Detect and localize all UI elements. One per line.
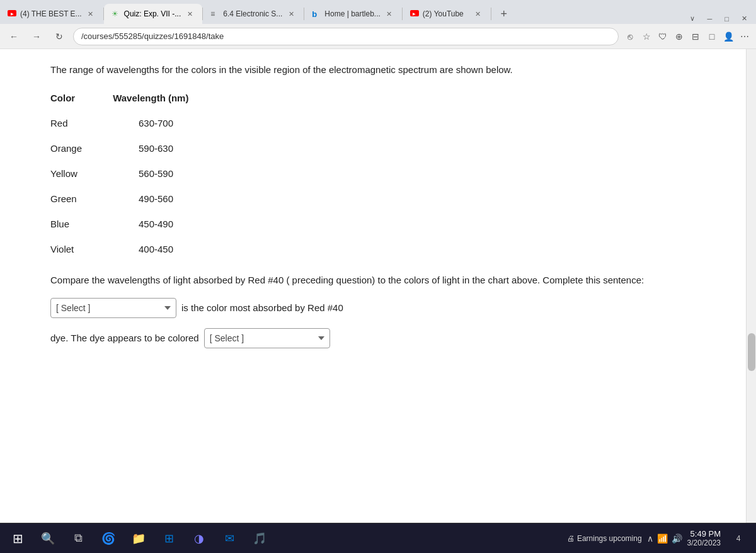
sentence-row-2: dye. The dye appears to be colored [ Sel… <box>50 328 721 348</box>
tab1-label: (4) THE BEST E... <box>20 9 82 18</box>
wave-violet: 400-450 <box>139 242 173 257</box>
youtube-icon-tab1 <box>8 9 16 18</box>
color-yellow: Yellow <box>50 166 101 181</box>
taskbar-right: 🖨 Earnings upcoming ∧ 📶 🔊 5:49 PM 3/20/2… <box>567 526 751 551</box>
notification-icon: 🖨 <box>567 534 575 543</box>
time-display: 5:49 PM <box>687 529 721 539</box>
col-wave-header: Wavelength (nm) <box>113 91 188 106</box>
wave-green: 490-560 <box>139 191 173 207</box>
taskbar-mail[interactable]: ✉ <box>217 526 242 551</box>
page-area: The range of wavelengths for the colors … <box>0 49 756 523</box>
extensions-icon[interactable]: ⊕ <box>673 30 685 43</box>
badge-count: 4 <box>736 534 741 543</box>
tab-3[interactable]: ≡ 6.4 Electronic S... ✕ <box>203 4 304 24</box>
taskbar-spotify[interactable]: 🎵 <box>247 526 272 551</box>
profile-icon[interactable]: 👤 <box>722 30 735 43</box>
date-display: 3/20/2023 <box>687 539 721 547</box>
tab1-close[interactable]: ✕ <box>86 9 96 19</box>
minimize-button[interactable]: ─ <box>704 14 716 24</box>
wave-orange: 590-630 <box>139 141 173 156</box>
share-icon[interactable]: ⎋ <box>624 30 636 43</box>
shield-icon[interactable]: 🛡 <box>656 30 669 43</box>
tab2-close[interactable]: ✕ <box>185 9 195 19</box>
col-color-header: Color <box>50 91 75 106</box>
sentence-text-2: dye. The dye appears to be colored <box>50 331 199 346</box>
table-row: Blue 450-490 <box>50 217 721 232</box>
tab4-label: Home | bartleb... <box>324 9 381 18</box>
lines-icon-tab3: ≡ <box>210 9 219 18</box>
taskbar-system-icons: ∧ 📶 🔊 <box>647 533 682 544</box>
sidebar-icon[interactable]: □ <box>706 30 718 43</box>
sentence-text-1: is the color most absorbed by Red #40 <box>181 300 343 316</box>
notification-text: Earnings upcoming <box>577 534 642 543</box>
intro-paragraph: The range of wavelengths for the colors … <box>50 62 721 78</box>
browser-frame: (4) THE BEST E... ✕ ☀ Quiz: Exp. VII -..… <box>0 0 756 553</box>
taskbar-files[interactable]: 📁 <box>126 526 151 551</box>
url-bar[interactable]: /courses/555285/quizzes/1691848/take <box>73 28 619 45</box>
url-text: /courses/555285/quizzes/1691848/take <box>81 31 610 41</box>
address-bar: ← → ↻ /courses/555285/quizzes/1691848/ta… <box>0 24 756 49</box>
wave-yellow: 560-590 <box>139 166 173 181</box>
address-bar-icons: ⎋ ☆ 🛡 ⊕ ⊟ □ 👤 ⋯ <box>624 30 751 43</box>
sentence-row-1: [ Select ] Red Orange Yellow Green Blue … <box>50 298 721 318</box>
favorites-icon[interactable]: ☆ <box>640 30 653 43</box>
select-color-absorbed[interactable]: [ Select ] Red Orange Yellow Green Blue … <box>50 298 176 318</box>
color-violet: Violet <box>50 242 101 257</box>
window-controls: ∨ ─ □ ✕ <box>686 13 756 24</box>
main-content: The range of wavelengths for the colors … <box>0 49 746 523</box>
close-window-button[interactable]: ✕ <box>738 13 751 24</box>
tab-5[interactable]: (2) YouTube ✕ <box>403 4 491 24</box>
table-row: Yellow 560-590 <box>50 166 721 181</box>
wave-red: 630-700 <box>139 116 173 131</box>
wave-blue: 450-490 <box>139 217 173 232</box>
tab5-close[interactable]: ✕ <box>473 9 483 19</box>
tab-sep-5 <box>491 8 491 20</box>
taskbar-search[interactable]: 🔍 <box>35 526 60 551</box>
taskbar-copilot[interactable]: ◑ <box>186 526 212 551</box>
compare-paragraph: Compare the wavelengths of light absorbe… <box>50 272 721 288</box>
taskbar: ⊞ 🔍 ⧉ 🌀 📁 ⊞ ◑ ✉ 🎵 🖨 Earnings upcoming ∧ … <box>0 523 756 553</box>
table-header: Color Wavelength (nm) <box>50 91 721 106</box>
tab3-close[interactable]: ✕ <box>286 9 296 19</box>
tab-1[interactable]: (4) THE BEST E... ✕ <box>0 4 103 24</box>
menu-icon[interactable]: ⋯ <box>738 30 751 43</box>
tab-bar: (4) THE BEST E... ✕ ☀ Quiz: Exp. VII -..… <box>0 0 756 24</box>
youtube-icon-tab5 <box>410 9 419 18</box>
table-row: Orange 590-630 <box>50 141 721 156</box>
color-orange: Orange <box>50 141 101 156</box>
back-button[interactable]: ← <box>5 28 23 45</box>
volume-icon[interactable]: 🔊 <box>672 533 682 544</box>
tab4-close[interactable]: ✕ <box>384 9 394 19</box>
b-icon-tab4: b <box>312 9 321 18</box>
select-color-appears[interactable]: [ Select ] Red Orange Yellow Green Blue … <box>204 328 330 348</box>
table-row: Violet 400-450 <box>50 242 721 257</box>
right-scrollbar[interactable] <box>746 49 756 523</box>
tab-4[interactable]: b Home | bartleb... ✕ <box>304 4 402 24</box>
tab-list-button[interactable]: ∨ <box>686 13 699 24</box>
table-row: Green 490-560 <box>50 191 721 207</box>
new-tab-button[interactable]: + <box>494 4 514 24</box>
restore-button[interactable]: □ <box>721 14 733 24</box>
color-blue: Blue <box>50 217 101 232</box>
color-table: Color Wavelength (nm) Red 630-700 Orange… <box>50 91 721 257</box>
table-row: Red 630-700 <box>50 116 721 131</box>
forward-button[interactable]: → <box>28 28 45 45</box>
quiz-icon-tab2: ☀ <box>112 9 120 18</box>
taskbar-edge[interactable]: 🌀 <box>96 526 121 551</box>
notification-badge[interactable]: 4 <box>726 526 751 551</box>
taskbar-taskview[interactable]: ⧉ <box>66 526 91 551</box>
color-green: Green <box>50 191 101 207</box>
split-screen-icon[interactable]: ⊟ <box>689 30 702 43</box>
network-icon[interactable]: 📶 <box>657 533 668 544</box>
tab3-label: 6.4 Electronic S... <box>223 9 282 18</box>
taskbar-msstore[interactable]: ⊞ <box>156 526 181 551</box>
tab2-label: Quiz: Exp. VII -... <box>124 9 181 18</box>
chevron-up-icon[interactable]: ∧ <box>647 533 653 544</box>
refresh-button[interactable]: ↻ <box>50 28 68 45</box>
tab-2[interactable]: ☀ Quiz: Exp. VII -... ✕ <box>104 4 203 24</box>
scrollbar-thumb[interactable] <box>748 333 755 371</box>
color-red: Red <box>50 116 101 131</box>
taskbar-notification[interactable]: 🖨 Earnings upcoming <box>567 534 642 543</box>
start-button[interactable]: ⊞ <box>5 526 30 551</box>
taskbar-clock[interactable]: 5:49 PM 3/20/2023 <box>687 529 721 547</box>
